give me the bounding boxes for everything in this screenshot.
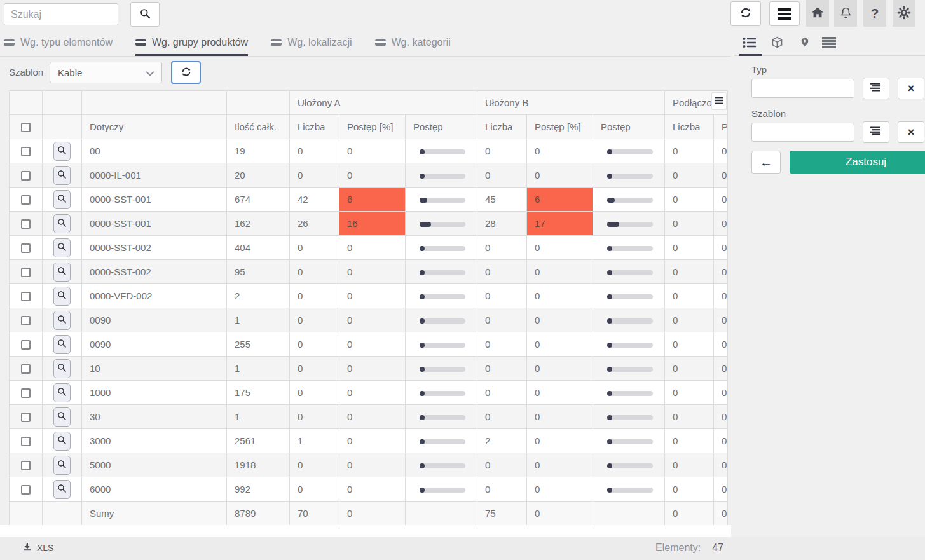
- row-checkbox[interactable]: [21, 388, 31, 398]
- cell-liczba-c: 0: [665, 284, 714, 308]
- row-magnifier-button[interactable]: [53, 166, 71, 185]
- search-icon: [140, 8, 151, 21]
- table-refresh-button[interactable]: [171, 61, 201, 84]
- row-checkbox[interactable]: [21, 413, 31, 422]
- search-input[interactable]: [4, 3, 118, 25]
- szablon-input[interactable]: [751, 123, 854, 142]
- xls-export-link[interactable]: XLS: [23, 542, 53, 553]
- back-button[interactable]: ←: [751, 151, 781, 174]
- progress-fill: [420, 198, 427, 203]
- apply-button[interactable]: Zastosuj: [790, 151, 925, 174]
- tab-wg-typu-elementow[interactable]: Wg. typu elementów: [4, 31, 113, 56]
- col-liczba-c[interactable]: Liczba: [665, 115, 714, 139]
- progress-fill: [420, 391, 425, 396]
- cell-liczba-b: 45: [477, 188, 527, 212]
- row-checkbox[interactable]: [21, 268, 31, 277]
- row-checkbox[interactable]: [21, 340, 31, 350]
- row-magnifier-button[interactable]: [53, 311, 71, 330]
- main-menu-button[interactable]: [769, 1, 800, 26]
- row-checkbox[interactable]: [21, 364, 31, 374]
- cell-dotyczy: 0000-VFD-002: [82, 284, 227, 308]
- sum-postep-pct-a: 0: [339, 502, 406, 526]
- col-ilosc-calk[interactable]: Ilość całk.: [227, 115, 290, 139]
- row-checkbox[interactable]: [21, 292, 31, 301]
- cell-postep-pct-a: 0: [339, 284, 406, 308]
- row-checkbox[interactable]: [21, 485, 31, 495]
- home-button[interactable]: [806, 0, 829, 27]
- row-magnifier-button[interactable]: [53, 263, 71, 282]
- settings-button[interactable]: [893, 0, 915, 27]
- sidebar-tab-location[interactable]: [795, 34, 814, 52]
- row-magnifier-button[interactable]: [53, 456, 71, 475]
- app-window: ? Wg. typu elementów Wg. grupy produktów: [0, 0, 925, 560]
- magnifier-icon: [57, 484, 67, 495]
- col-postep-pct-a[interactable]: Postęp [%]: [339, 115, 406, 139]
- tab-wg-kategorii[interactable]: Wg. kategorii: [375, 31, 451, 56]
- search-button[interactable]: [130, 2, 160, 27]
- col-postep-pct-b[interactable]: Postęp [%]: [527, 115, 593, 139]
- progress-bar: [607, 439, 653, 444]
- col-liczba-b[interactable]: Liczba: [477, 115, 527, 139]
- row-magnifier-button[interactable]: [53, 432, 71, 451]
- cell-postep-b: [593, 188, 665, 212]
- notifications-button[interactable]: [834, 0, 857, 27]
- tab-wg-lokalizacji[interactable]: Wg. lokalizacji: [271, 31, 352, 56]
- row-magnifier-button[interactable]: [53, 407, 71, 427]
- refresh-button[interactable]: [730, 1, 761, 26]
- typ-clear-button[interactable]: ×: [898, 78, 924, 99]
- col-postep-b[interactable]: Postęp: [593, 115, 665, 139]
- cell-liczba-b: 0: [477, 284, 527, 308]
- row-checkbox[interactable]: [21, 195, 31, 205]
- magnifier-icon: [57, 170, 67, 181]
- typ-input[interactable]: [751, 79, 854, 98]
- row-magnifier-button[interactable]: [53, 359, 71, 378]
- magnifier-icon: [57, 435, 67, 447]
- progress-fill: [607, 149, 612, 154]
- cell-postep-a: [406, 332, 477, 357]
- progress-fill: [420, 488, 425, 493]
- sidebar-tab-table[interactable]: [819, 34, 839, 52]
- tab-card-icon: [271, 39, 282, 46]
- magnifier-icon: [57, 460, 67, 471]
- cell-ilosc-calk: 992: [227, 477, 290, 502]
- items-value: 47: [712, 542, 723, 554]
- close-icon: ×: [908, 83, 915, 94]
- tab-wg-grupy-produktow[interactable]: Wg. grupy produktów: [135, 31, 248, 56]
- row-magnifier-button[interactable]: [53, 190, 71, 209]
- cell-postep-pct-c: 0: [714, 477, 728, 502]
- row-magnifier-button[interactable]: [53, 214, 71, 233]
- col-postep-a[interactable]: Postęp: [406, 115, 477, 139]
- szablon-clear-button[interactable]: ×: [898, 121, 924, 143]
- progress-bar: [607, 463, 653, 468]
- col-dotyczy[interactable]: Dotyczy: [82, 115, 227, 139]
- row-magnifier-button[interactable]: [53, 383, 71, 402]
- cell-postep-pct-c: 0: [714, 236, 728, 260]
- row-magnifier-button[interactable]: [53, 480, 71, 499]
- col-postep-pct-c[interactable]: Postęp [%]: [714, 115, 728, 139]
- row-checkbox[interactable]: [21, 461, 31, 470]
- row-checkbox[interactable]: [21, 219, 31, 229]
- sidebar-tab-package[interactable]: [767, 34, 786, 52]
- row-magnifier-button[interactable]: [53, 287, 71, 306]
- row-magnifier-button[interactable]: [53, 335, 71, 354]
- row-checkbox[interactable]: [21, 243, 31, 253]
- row-magnifier-button[interactable]: [53, 142, 71, 161]
- col-liczba-a[interactable]: Liczba: [290, 115, 339, 139]
- help-button[interactable]: ?: [863, 0, 886, 27]
- row-checkbox[interactable]: [21, 171, 31, 181]
- szablon-select[interactable]: Kable: [50, 62, 162, 83]
- row-magnifier-button[interactable]: [53, 238, 71, 257]
- progress-fill: [420, 318, 425, 324]
- cell-postep-pct-a: 0: [339, 260, 406, 284]
- cell-ilosc-calk: 674: [227, 188, 290, 212]
- szablon-pick-button[interactable]: [863, 121, 889, 143]
- row-checkbox[interactable]: [21, 147, 31, 156]
- typ-pick-button[interactable]: [863, 78, 889, 99]
- row-checkbox[interactable]: [21, 437, 31, 446]
- progress-fill: [420, 343, 425, 348]
- sidebar-tab-list[interactable]: [740, 34, 759, 52]
- table-columns-menu-button[interactable]: [711, 92, 727, 110]
- select-all-checkbox[interactable]: [21, 123, 31, 132]
- cell-postep-pct-b: 0: [527, 453, 593, 477]
- row-checkbox[interactable]: [21, 316, 31, 325]
